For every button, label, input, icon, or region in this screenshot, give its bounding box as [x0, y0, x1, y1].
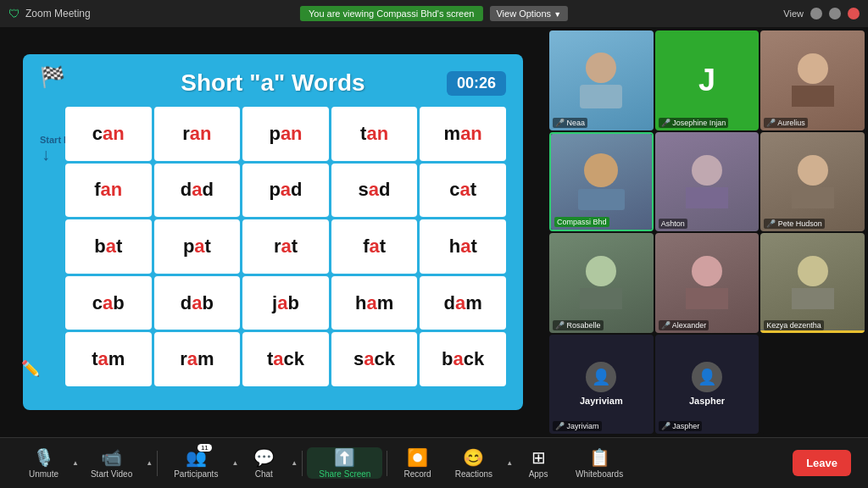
view-options-button[interactable]: View Options ▼: [489, 6, 568, 21]
separator-1: [157, 451, 158, 476]
participant-tile-rosabelle[interactable]: 🎤 Rosabelle: [549, 233, 654, 333]
word-cell-sack: sack: [331, 332, 418, 386]
participant-tile-kezya[interactable]: Kezya dezentha: [760, 233, 865, 333]
word-cell-hat: hat: [420, 219, 506, 274]
top-bar: 🛡 Zoom Meeting You are viewing Compassi …: [0, 0, 868, 27]
main-area: 🏁 Short "a" Words 00:26 Start here ↓ can…: [0, 27, 868, 437]
word-cell-rat: rat: [242, 219, 329, 274]
maximize-button[interactable]: [829, 8, 841, 19]
share-screen-button[interactable]: ⬆️ Share Screen: [307, 447, 382, 479]
word-cell-tam: tam: [65, 332, 152, 386]
participant-name-compassi: Compassi Bhd: [554, 217, 609, 227]
chat-caret[interactable]: ▲: [291, 459, 298, 467]
participant-tile-pete[interactable]: 🎤 Pete Hudson: [760, 132, 865, 232]
apps-icon: ⊞: [531, 448, 546, 467]
participant-tile-aurelius[interactable]: 🎤 Aurelius: [760, 30, 865, 130]
record-label: Record: [403, 469, 431, 479]
participant-name-jaspher: 🎤 Jaspher: [659, 421, 703, 431]
whiteboard-title-area: 🏁 Short "a" Words 00:26: [40, 69, 506, 97]
participants-button[interactable]: 👥 11 Participants: [162, 447, 230, 479]
word-cell-jab: jab: [242, 276, 329, 330]
flag-icon: 🏁: [40, 65, 65, 89]
record-button[interactable]: ⏺️ Record: [392, 447, 442, 479]
start-video-button[interactable]: 📹 Start Video: [79, 447, 144, 479]
screen-share-banner: You are viewing Compassi Bhd's screen: [300, 6, 483, 21]
word-cell-sad: sad: [331, 164, 418, 218]
start-video-label: Start Video: [91, 469, 132, 479]
participant-tile-jaspher[interactable]: 👤 Jaspher 🎤 Jaspher: [655, 335, 760, 435]
chat-icon: 💬: [253, 448, 275, 467]
whiteboards-button[interactable]: 📋 Whiteboards: [564, 447, 635, 479]
participant-tile-compassi[interactable]: Compassi Bhd: [549, 132, 654, 232]
unmute-label: Unmute: [29, 469, 58, 479]
apps-label: Apps: [529, 469, 548, 479]
word-cell-dam: dam: [420, 276, 506, 330]
participant-name-jayriviam: 🎤 Jayriviam: [553, 421, 602, 431]
zoom-shield-icon: 🛡: [8, 7, 20, 20]
word-cell-back: back: [420, 332, 506, 386]
word-cell-cat: cat: [420, 164, 506, 218]
participant-name-pete: 🎤 Pete Hudson: [764, 219, 825, 229]
pencil-icon[interactable]: ✏️: [21, 359, 40, 378]
participants-badge: 11: [198, 444, 212, 452]
participant-tile-alexander[interactable]: 🎤 Alexander: [655, 233, 760, 333]
close-button[interactable]: [848, 8, 860, 19]
reactions-caret[interactable]: ▲: [506, 459, 513, 467]
participants-label: Participants: [174, 469, 218, 479]
separator-3: [387, 451, 387, 476]
participant-name-aurelius: 🎤 Aurelius: [764, 118, 808, 128]
word-cell-can: can: [65, 107, 152, 161]
view-label: View: [783, 8, 804, 19]
whiteboard-title: Short "a" Words: [181, 69, 364, 97]
video-caret[interactable]: ▲: [146, 459, 153, 467]
top-bar-left: 🛡 Zoom Meeting: [8, 7, 91, 20]
down-arrow-icon: ↓: [42, 146, 50, 163]
word-cell-pat: pat: [154, 219, 241, 274]
participant-name-neea: 🎤 Neaa: [553, 118, 587, 128]
word-cell-man: man: [420, 107, 506, 161]
cursor-indicator: ▲: [140, 358, 150, 369]
share-screen-label: Share Screen: [319, 469, 370, 479]
word-cell-cab: cab: [65, 276, 152, 330]
unmute-caret[interactable]: ▲: [72, 459, 79, 467]
word-grid: can ran pan tan man fan dad pad sad cat …: [65, 107, 506, 386]
whiteboard-timer: 00:26: [447, 71, 506, 96]
apps-button[interactable]: ⊞ Apps: [513, 447, 564, 479]
reactions-label: Reactions: [455, 469, 492, 479]
word-cell-bat: bat: [65, 219, 152, 274]
top-bar-center: You are viewing Compassi Bhd's screen Vi…: [300, 6, 568, 21]
share-screen-icon: ⬆️: [334, 448, 355, 467]
unmute-button[interactable]: 🎙️ Unmute: [17, 447, 70, 479]
word-cell-ham: ham: [331, 276, 418, 330]
participant-tile-ashton[interactable]: Ashton: [655, 132, 760, 232]
reactions-button[interactable]: 😊 Reactions: [443, 447, 504, 479]
word-cell-ran: ran: [154, 107, 241, 161]
word-cell-tan: tan: [331, 107, 418, 161]
whiteboards-label: Whiteboards: [576, 469, 623, 479]
toolbar: 🎙️ Unmute ▲ 📹 Start Video ▲ 👥 11 Partici…: [0, 437, 868, 488]
participant-name-rosabelle: 🎤 Rosabelle: [553, 320, 604, 330]
word-cell-dad: dad: [154, 164, 241, 218]
participant-tile-jayriviam[interactable]: 👤 Jayriviam 🎤 Jayriviam: [549, 335, 654, 435]
top-bar-right: View: [783, 8, 860, 19]
participants-caret[interactable]: ▲: [231, 459, 238, 467]
whiteboards-icon: 📋: [589, 448, 610, 467]
separator-2: [302, 451, 303, 476]
participant-tile-josephine[interactable]: J 🎤 Josephine Injan: [655, 30, 760, 130]
word-cell-dab: dab: [154, 276, 241, 330]
window-title: Zoom Meeting: [25, 8, 91, 19]
word-cell-pan: pan: [242, 107, 329, 161]
participant-tile-neea[interactable]: 🎤 Neaa: [549, 30, 654, 130]
minimize-button[interactable]: [810, 8, 822, 19]
leave-button[interactable]: Leave: [793, 450, 851, 476]
word-cell-fan: fan: [65, 164, 152, 218]
record-icon: ⏺️: [407, 448, 428, 467]
whiteboard: 🏁 Short "a" Words 00:26 Start here ↓ can…: [23, 54, 523, 410]
chat-button[interactable]: 💬 Chat: [238, 447, 289, 479]
participant-name-kezya: Kezya dezentha: [764, 320, 824, 330]
mic-icon: 🎙️: [33, 448, 54, 467]
shared-screen: 🏁 Short "a" Words 00:26 Start here ↓ can…: [0, 27, 546, 437]
chat-label: Chat: [255, 469, 273, 479]
reactions-icon: 😊: [463, 448, 484, 467]
word-cell-ram: ram: [154, 332, 241, 386]
